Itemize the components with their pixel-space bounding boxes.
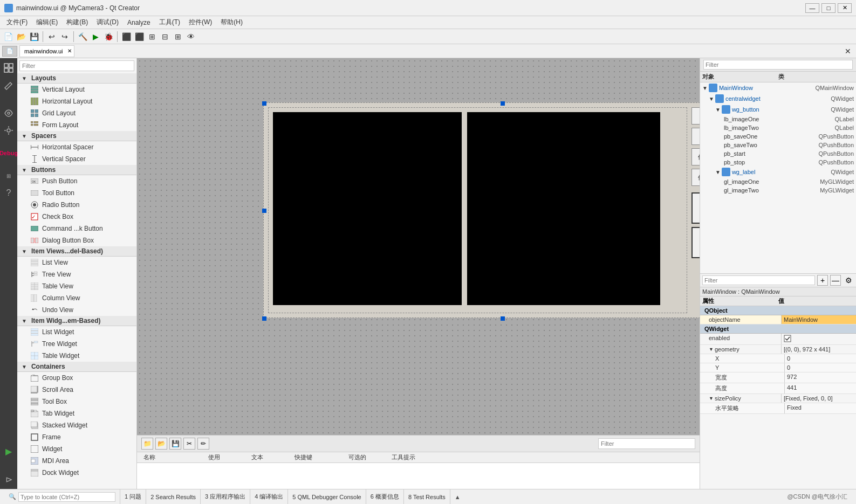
- tree-row-pbsavetwo[interactable]: pb_saveTwo QPushButton: [700, 141, 856, 149]
- props-row-height[interactable]: 高度 441: [700, 383, 856, 394]
- props-value-geometry[interactable]: [(0, 0), 972 x 441]: [782, 345, 856, 354]
- open-file-button[interactable]: 📂: [15, 31, 27, 43]
- props-filter-input[interactable]: [702, 275, 815, 285]
- widget-dock-widget[interactable]: Dock Widget: [17, 467, 136, 479]
- menu-debug[interactable]: 调试(D): [92, 17, 123, 28]
- buttons-category[interactable]: ▼ Buttons: [17, 165, 136, 175]
- tree-row-lbimageone[interactable]: lb_imageOne QLabel: [700, 115, 856, 123]
- widget-list-view[interactable]: List View: [17, 257, 136, 268]
- action-delete-button[interactable]: ✂: [183, 438, 195, 450]
- debug-button[interactable]: 🐞: [102, 31, 114, 43]
- handle-tm[interactable]: [501, 101, 505, 106]
- redo-button[interactable]: ↪: [59, 31, 71, 43]
- props-settings-button[interactable]: ⚙: [843, 275, 854, 286]
- tree-row-mainwindow[interactable]: ▼ MainWindow QMainWindow: [700, 82, 856, 93]
- action-open-button[interactable]: 📂: [155, 438, 167, 450]
- layouts-category[interactable]: ▼ Layouts: [17, 73, 136, 84]
- props-row-y[interactable]: Y 0: [700, 363, 856, 372]
- run-button[interactable]: ▶: [90, 31, 101, 43]
- activity-help-button[interactable]: ?: [1, 185, 16, 201]
- action-edit-button[interactable]: ✏: [197, 438, 209, 450]
- widget-stacked-widget[interactable]: Stacked Widget: [17, 419, 136, 431]
- item-views-category[interactable]: ▼ Item Views...del-Based): [17, 246, 136, 257]
- tree-row-wgbutton[interactable]: ▼ wg_button QWidget: [700, 104, 856, 115]
- props-value-enabled[interactable]: [782, 334, 856, 344]
- designer-area[interactable]: 开始采集 停止采集 保存图片一 保存图片二 相机一 相机二: [137, 58, 700, 435]
- form-button[interactable]: ⊞: [172, 31, 184, 43]
- activity-widget-button[interactable]: [1, 60, 16, 75]
- activity-debug-button[interactable]: Debug: [1, 146, 16, 161]
- locate-input[interactable]: [18, 492, 115, 502]
- grid-button[interactable]: ⊞: [146, 31, 158, 43]
- widget-form-layout[interactable]: Form Layout: [17, 119, 136, 131]
- action-new-button[interactable]: 📁: [141, 438, 153, 450]
- maximize-button[interactable]: □: [821, 3, 836, 13]
- spacers-category[interactable]: ▼ Spacers: [17, 131, 136, 141]
- activity-projects-button[interactable]: ⊞: [1, 168, 16, 183]
- save-image-two-button[interactable]: 保存图片二: [691, 169, 700, 186]
- activity-edit-button[interactable]: [1, 78, 16, 93]
- align-left-button[interactable]: ⬛: [120, 31, 132, 43]
- props-row-width[interactable]: 宽度 972: [700, 372, 856, 383]
- file-tab[interactable]: mainwindow.ui ✕: [19, 45, 74, 57]
- align-center-button[interactable]: ⬛: [133, 31, 145, 43]
- tree-row-glimageone[interactable]: gl_imageOne MyGLWidget: [700, 177, 856, 186]
- containers-category[interactable]: ▼ Containers: [17, 362, 136, 372]
- handle-ml[interactable]: [262, 209, 266, 213]
- props-value-objectname[interactable]: MainWindow: [782, 315, 856, 324]
- props-value-width[interactable]: 972: [785, 372, 856, 383]
- minimize-button[interactable]: —: [805, 3, 819, 13]
- props-add-button[interactable]: +: [817, 275, 828, 286]
- props-value-sizepolicy[interactable]: [Fixed, Fixed, 0, 0]: [782, 394, 856, 403]
- tree-row-wglabel[interactable]: ▼ wg_label QWidget: [700, 167, 856, 177]
- save-image-one-button[interactable]: 保存图片一: [691, 148, 700, 165]
- widget-tool-box[interactable]: Tool Box: [17, 396, 136, 408]
- props-row-enabled[interactable]: enabled: [700, 334, 856, 345]
- props-value-height[interactable]: 441: [785, 383, 856, 393]
- widget-mdi-area[interactable]: MDI Area: [17, 455, 136, 467]
- props-value-hpolicy[interactable]: Fixed: [785, 403, 856, 413]
- widget-vertical-spacer[interactable]: Vertical Spacer: [17, 153, 136, 165]
- menu-help[interactable]: 帮助(H): [216, 17, 247, 28]
- widget-dialog-button-box[interactable]: Dialog Button Box: [17, 234, 136, 246]
- status-summary[interactable]: 6 概要信息: [366, 489, 404, 504]
- status-qml-debugger[interactable]: 5 QML Debugger Console: [288, 489, 366, 504]
- props-row-hpolicy[interactable]: 水平策略 Fixed: [700, 403, 856, 414]
- widget-tree-view[interactable]: Tree View: [17, 268, 136, 280]
- widget-group-box[interactable]: GB Group Box: [17, 372, 136, 384]
- props-value-y[interactable]: 0: [785, 363, 856, 372]
- save-button[interactable]: 💾: [28, 31, 40, 43]
- tree-row-centralwidget[interactable]: ▼ centralwidget QWidget: [700, 93, 856, 104]
- status-search-results[interactable]: 2 Search Results: [146, 489, 201, 504]
- widget-table-widget[interactable]: Table Widget: [17, 350, 136, 362]
- widget-tool-button[interactable]: Tool Button: [17, 187, 136, 199]
- props-value-x[interactable]: 0: [785, 354, 856, 363]
- widget-widget[interactable]: Widget: [17, 443, 136, 455]
- camera-two-button[interactable]: 相机二: [691, 227, 700, 258]
- props-row-objectname[interactable]: objectName MainWindow: [700, 315, 856, 325]
- handle-tl[interactable]: [262, 101, 266, 106]
- activity-play-button[interactable]: ▶: [1, 444, 16, 459]
- props-row-x[interactable]: X 0: [700, 354, 856, 363]
- widget-push-button[interactable]: OK Push Button: [17, 175, 136, 187]
- build-button[interactable]: 🔨: [77, 31, 88, 43]
- new-file-button[interactable]: 📄: [2, 31, 14, 43]
- status-arrow-up[interactable]: ▲: [450, 494, 465, 500]
- status-compile-output[interactable]: 4 编译输出: [250, 489, 288, 504]
- widget-grid-layout[interactable]: Grid Layout: [17, 107, 136, 119]
- widget-column-view[interactable]: Column View: [17, 292, 136, 304]
- widget-list-widget[interactable]: List Widget: [17, 326, 136, 338]
- widget-check-box[interactable]: ✓ Check Box: [17, 211, 136, 223]
- menu-build[interactable]: 构建(B): [62, 17, 92, 28]
- status-app-output[interactable]: 3 应用程序输出: [201, 489, 250, 504]
- object-filter-input[interactable]: [703, 60, 853, 70]
- widget-tab-widget[interactable]: Tab Widget: [17, 408, 136, 419]
- close-button[interactable]: ✕: [838, 3, 852, 13]
- preview-button[interactable]: 👁: [185, 31, 197, 43]
- activity-settings-button[interactable]: [1, 123, 16, 138]
- widget-radio-button[interactable]: Radio Button: [17, 199, 136, 211]
- widget-horizontal-spacer[interactable]: Horizontal Spacer: [17, 141, 136, 153]
- handle-bl[interactable]: [262, 316, 266, 321]
- file-tab-close[interactable]: ✕: [67, 48, 72, 54]
- start-capture-button[interactable]: 开始采集: [691, 107, 700, 125]
